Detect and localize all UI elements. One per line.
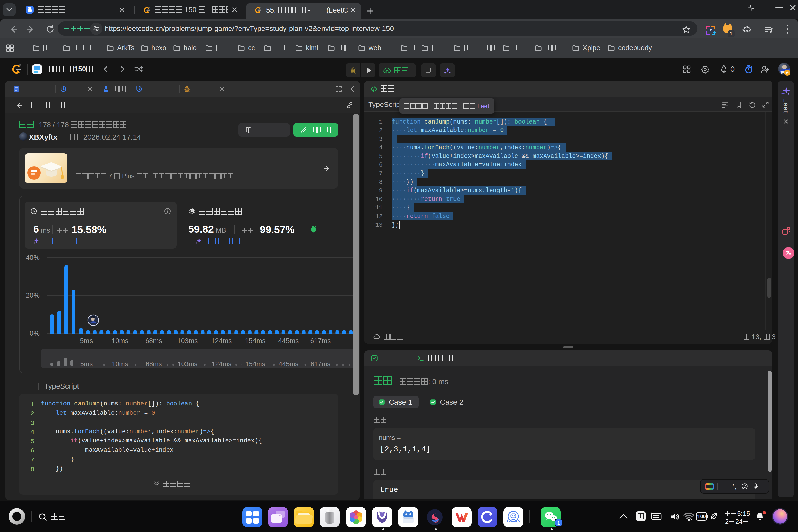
svg-text:124ms: 124ms	[211, 337, 232, 345]
svg-text:124ms: 124ms	[211, 360, 231, 368]
svg-text:445ms: 445ms	[278, 337, 299, 345]
svg-text:20%: 20%	[26, 291, 40, 299]
svg-text:103ms: 103ms	[177, 360, 197, 368]
svg-text:617ms: 617ms	[310, 360, 330, 368]
svg-text:5ms: 5ms	[80, 337, 93, 345]
svg-text:154ms: 154ms	[245, 360, 265, 368]
svg-text:40%: 40%	[26, 254, 40, 261]
svg-text:445ms: 445ms	[279, 360, 299, 368]
svg-text:617ms: 617ms	[310, 337, 331, 345]
svg-text:154ms: 154ms	[245, 337, 265, 345]
svg-text:5ms: 5ms	[80, 360, 93, 368]
svg-text:103ms: 103ms	[177, 337, 198, 345]
svg-text:0%: 0%	[30, 329, 40, 337]
svg-text:10ms: 10ms	[112, 360, 128, 368]
svg-text:68ms: 68ms	[146, 360, 162, 368]
svg-text:10ms: 10ms	[112, 337, 128, 345]
svg-text:68ms: 68ms	[145, 337, 162, 345]
